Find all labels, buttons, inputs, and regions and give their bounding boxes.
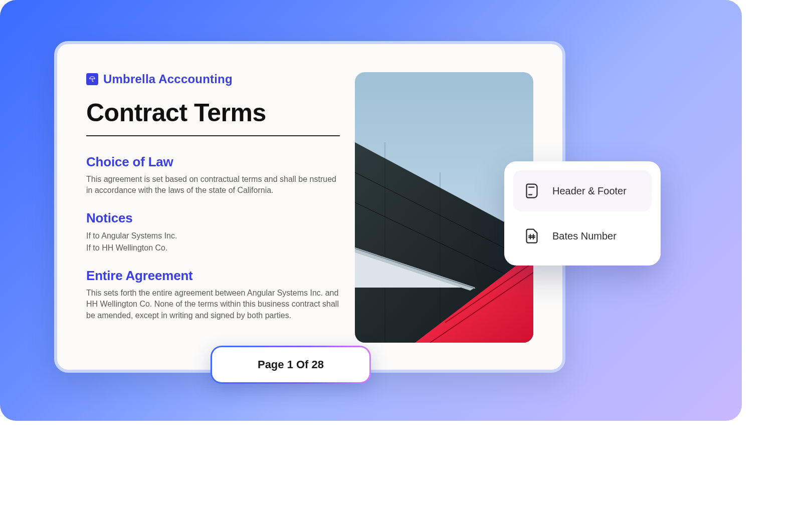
panel-item-header-footer[interactable]: Header & Footer [513, 170, 652, 211]
document-title: Contract Terms [86, 98, 340, 127]
section-body-choice-of-law: This agreement is set based on contractu… [86, 174, 340, 196]
app-canvas: Umbrella Acccounting Contract Terms Choi… [0, 0, 742, 421]
page-indicator[interactable]: Page 1 Of 28 [211, 346, 371, 384]
insert-panel: Header & Footer Bates Number [504, 161, 661, 266]
notice-line: If to Angular Systems Inc. [86, 230, 340, 242]
section-heading-entire-agreement: Entire Agreement [86, 268, 340, 284]
umbrella-icon [86, 73, 98, 85]
panel-item-label: Header & Footer [552, 185, 627, 197]
header-footer-icon [522, 181, 541, 200]
notice-line: If to HH Wellington Co. [86, 242, 340, 254]
section-heading-notices: Notices [86, 210, 340, 226]
panel-item-bates-number[interactable]: Bates Number [513, 215, 652, 257]
section-body-notices: If to Angular Systems Inc. If to HH Well… [86, 230, 340, 254]
page-indicator-label: Page 1 Of 28 [212, 347, 369, 382]
section-body-entire-agreement: This sets forth the entire agreement bet… [86, 288, 340, 321]
bates-number-icon [522, 226, 541, 245]
title-rule [86, 135, 340, 136]
section-heading-choice-of-law: Choice of Law [86, 154, 340, 170]
panel-item-label: Bates Number [552, 230, 617, 242]
document-body: Umbrella Acccounting Contract Terms Choi… [86, 72, 355, 350]
document-card: Umbrella Acccounting Contract Terms Choi… [54, 41, 565, 373]
brand-row: Umbrella Acccounting [86, 72, 340, 86]
brand-name: Umbrella Acccounting [103, 72, 233, 86]
